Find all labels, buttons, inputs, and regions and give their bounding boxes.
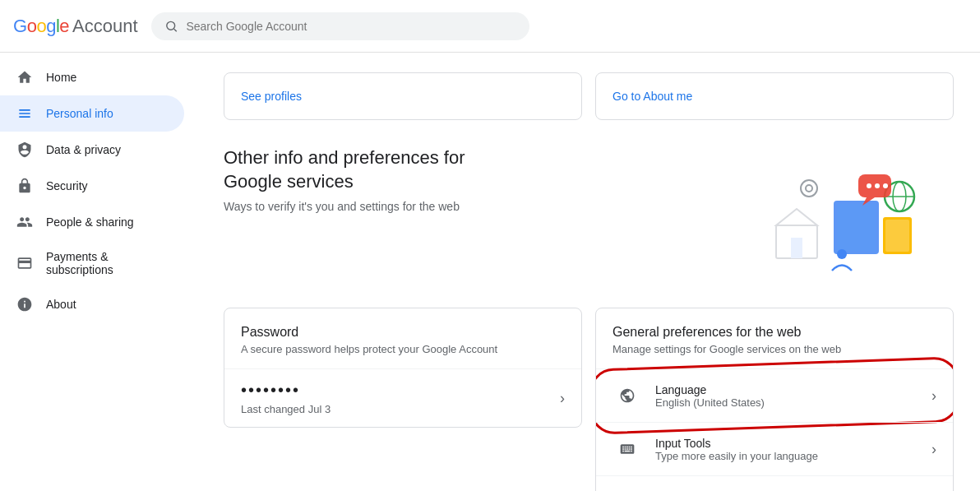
page-layout: Home Personal info Data & privacy Securi… — [0, 53, 980, 491]
svg-point-14 — [867, 183, 871, 188]
go-to-about-me-link[interactable]: Go to About me — [612, 90, 692, 103]
language-item[interactable]: Language English (United States) › — [596, 368, 953, 422]
input-tools-value: Type more easily in your language — [655, 450, 931, 462]
general-prefs-col: General preferences for the web Manage s… — [595, 308, 954, 491]
svg-rect-6 — [837, 204, 876, 251]
top-cards-row: See profiles Go to About me — [224, 72, 954, 120]
password-card: Password A secure password helps protect… — [224, 308, 582, 428]
sidebar-item-data-privacy[interactable]: Data & privacy — [0, 132, 184, 168]
accessibility-icon — [612, 488, 642, 491]
sidebar-item-personal-info[interactable]: Personal info — [0, 95, 184, 132]
password-item[interactable]: •••••••• Last changed Jul 3 › — [224, 368, 581, 427]
password-card-header: Password A secure password helps protect… — [224, 308, 581, 368]
keyboard-icon — [612, 434, 642, 464]
home-icon — [16, 69, 33, 86]
sidebar-label-people-sharing: People & sharing — [46, 215, 134, 229]
password-dots: •••••••• — [241, 381, 560, 400]
sidebar-label-payments: Payments & subscriptions — [46, 250, 168, 276]
general-prefs-header: General preferences for the web Manage s… — [596, 308, 953, 368]
sidebar-label-data-privacy: Data & privacy — [46, 143, 121, 156]
other-info-section-header: Other info and preferences forGoogle ser… — [224, 146, 954, 288]
svg-marker-3 — [776, 209, 817, 225]
search-bar — [151, 12, 529, 40]
google-wordmark: Google — [13, 16, 69, 37]
svg-rect-8 — [885, 220, 909, 252]
about-me-card: Go to About me — [595, 72, 954, 120]
svg-point-0 — [166, 21, 174, 30]
input-tools-item[interactable]: Input Tools Type more easily in your lan… — [596, 422, 953, 475]
input-tools-arrow-icon: › — [931, 441, 936, 458]
svg-point-15 — [875, 183, 880, 188]
search-input[interactable] — [186, 20, 515, 33]
svg-line-1 — [173, 29, 176, 31]
general-prefs-subtitle: Manage settings for Google services on t… — [612, 343, 936, 355]
password-card-subtitle: A secure password helps protect your Goo… — [241, 343, 565, 355]
password-item-content: •••••••• Last changed Jul 3 — [241, 381, 560, 415]
general-prefs-title: General preferences for the web — [612, 325, 936, 340]
sidebar-label-about: About — [46, 298, 76, 311]
input-tools-title: Input Tools — [655, 437, 931, 450]
app-header: Google Account — [0, 0, 980, 53]
language-arrow-icon: › — [931, 387, 936, 405]
illustration-area — [747, 146, 954, 288]
main-content: See profiles Go to About me Other info a… — [197, 53, 980, 491]
general-prefs-card: General preferences for the web Manage s… — [595, 308, 954, 491]
people-icon — [16, 214, 33, 230]
sidebar-item-home[interactable]: Home — [0, 59, 184, 95]
google-services-illustration — [760, 160, 941, 275]
password-arrow-icon: › — [560, 390, 565, 407]
see-profiles-card: See profiles — [224, 72, 582, 120]
sidebar-nav: Home Personal info Data & privacy Securi… — [0, 53, 197, 491]
google-account-logo[interactable]: Google Account — [13, 16, 138, 37]
info-icon — [16, 296, 33, 313]
password-card-title: Password — [241, 325, 565, 340]
sidebar-label-security: Security — [46, 179, 88, 192]
svg-point-19 — [837, 249, 847, 259]
globe-icon — [612, 381, 642, 410]
password-changed: Last changed Jul 3 — [241, 403, 560, 415]
svg-point-17 — [801, 180, 817, 197]
sidebar-item-about[interactable]: About — [0, 286, 184, 322]
lock-icon — [16, 178, 33, 194]
info-grid: Password A secure password helps protect… — [224, 308, 954, 491]
privacy-icon — [16, 141, 33, 158]
accessibility-item[interactable]: Accessibility High-contrast colors OFF › — [596, 475, 953, 491]
section-text-block: Other info and preferences forGoogle ser… — [224, 146, 733, 213]
svg-point-16 — [883, 183, 888, 188]
section-title: Other info and preferences forGoogle ser… — [224, 146, 733, 193]
see-profiles-link[interactable]: See profiles — [241, 90, 302, 103]
section-subtitle: Ways to verify it's you and settings for… — [224, 200, 733, 213]
credit-card-icon — [16, 255, 33, 271]
account-wordmark: Account — [72, 16, 138, 37]
sidebar-label-home: Home — [46, 71, 76, 84]
sidebar-label-personal-info: Personal info — [46, 107, 113, 120]
sidebar-item-security[interactable]: Security — [0, 168, 184, 204]
language-value: English (United States) — [655, 396, 931, 409]
sidebar-item-payments[interactable]: Payments & subscriptions — [0, 240, 184, 286]
language-title: Language — [655, 383, 931, 396]
svg-rect-4 — [791, 238, 802, 258]
search-icon — [164, 19, 178, 34]
password-col: Password A secure password helps protect… — [224, 308, 582, 491]
sidebar-item-people-sharing[interactable]: People & sharing — [0, 204, 184, 240]
language-content: Language English (United States) — [655, 383, 931, 409]
person-icon — [16, 105, 33, 122]
svg-point-18 — [806, 185, 812, 192]
input-tools-content: Input Tools Type more easily in your lan… — [655, 437, 931, 462]
